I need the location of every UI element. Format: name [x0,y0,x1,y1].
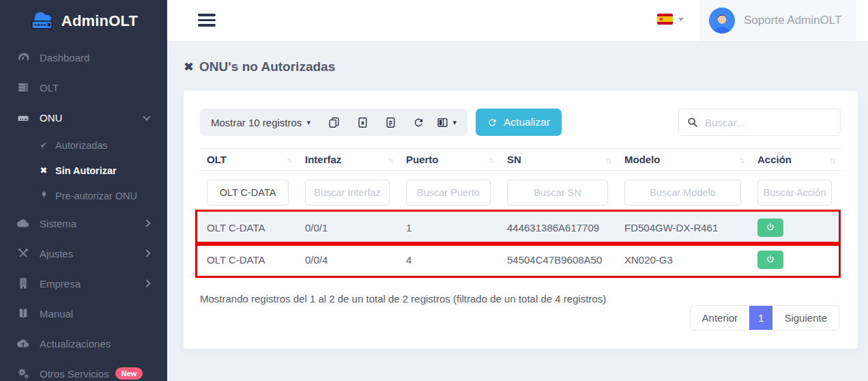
filter-olt-input[interactable] [207,180,289,206]
sort-icon[interactable]: ↑↓ [606,156,611,164]
chevron-right-icon [143,249,150,257]
sidebar: AdminOLT Dashboard OLT ONU ✔ Autorizadas… [0,0,167,381]
column-visibility-dropdown[interactable]: ▾ [437,117,457,128]
user-menu[interactable]: Soporte AdminOLT [699,0,856,41]
filter-interfaz-input[interactable] [305,180,390,206]
authorize-power-button[interactable] [757,218,783,237]
table-row: OLT C-DATA 0/0/1 1 444631386A617709 FD50… [200,212,841,244]
sort-icon[interactable]: ↑↓ [287,156,291,164]
records-summary: Mostrando registros del 1 al 2 de un tot… [200,293,606,305]
sidebar-item-label: Ajustes [40,248,73,259]
column-header-olt[interactable]: OLT↑↓ [200,149,298,170]
chevron-down-icon [143,113,150,120]
power-icon [766,223,775,232]
filter-accion-input[interactable] [757,180,832,206]
sort-icon[interactable]: ↑↓ [489,156,493,164]
chevron-right-icon [143,279,150,287]
excel-export-icon[interactable] [353,113,372,131]
sidebar-item-label: Manual [40,308,73,320]
plug-icon [38,190,49,201]
sidebar-item-otros-servicios[interactable]: Otros Servicios New [0,358,167,381]
filter-sn-input[interactable] [507,180,608,206]
filter-modelo-input[interactable] [624,180,741,206]
sidebar-item-label: Empresa [40,278,81,290]
sidebar-item-pre-autorizar[interactable]: Pre-autorizar ONU [0,183,167,208]
reload-icon[interactable] [409,113,428,131]
sidebar-item-autorizadas[interactable]: ✔ Autorizadas [0,132,167,158]
sidebar-item-actualizaciones[interactable]: Actualizaciones [0,328,167,358]
sidebar-item-label: Actualizaciones [40,338,111,350]
page-title: ✖ ONU's no Autorizadas [184,59,335,74]
language-menu[interactable] [657,14,684,25]
chevron-right-icon [143,219,150,227]
book-icon [16,307,29,320]
column-header-interfaz[interactable]: Interfaz↑↓ [298,149,399,170]
sidebar-item-label: Sistema [40,218,76,229]
cloud-upload-icon [16,337,29,350]
current-page[interactable]: 1 [749,306,772,330]
power-icon [766,255,775,264]
brand[interactable]: AdminOLT [0,0,167,42]
new-badge: New [115,367,143,380]
table-card: Mostrar 10 registros ▾ ▾ Actualizar [184,91,858,349]
next-page-button[interactable]: Siguiente [772,306,839,330]
cell-accion [751,212,841,243]
table-row: OLT C-DATA 0/0/4 4 54504C47B9608A50 XN02… [200,244,841,276]
cell-interfaz: 0/0/4 [298,244,399,275]
sidebar-item-manual[interactable]: Manual [0,298,167,328]
table-filter-row [200,173,841,212]
length-menu-dropdown[interactable]: Mostrar 10 registros ▾ [211,117,310,128]
sidebar-subitem-label: Autorizadas [55,140,108,151]
sidebar-item-label: OLT [40,82,59,94]
column-header-modelo[interactable]: Modelo↑↓ [618,149,751,170]
gauge-icon [16,51,29,64]
filter-puerto-input[interactable] [406,180,491,206]
check-icon: ✔ [38,140,49,150]
sidebar-item-sistema[interactable]: Sistema [0,208,167,238]
sort-icon[interactable]: ↑↓ [388,156,392,164]
search-icon [687,117,698,128]
main-content: ✖ ONU's no Autorizadas Mostrar 10 regist… [167,41,868,381]
caret-down-icon: ▾ [306,118,310,127]
column-header-puerto[interactable]: Puerto↑↓ [399,149,500,170]
authorize-power-button[interactable] [757,251,783,269]
cell-interfaz: 0/0/1 [298,212,399,243]
cell-puerto: 1 [399,212,500,243]
sidebar-item-label: Dashboard [40,52,89,63]
sidebar-item-ajustes[interactable]: Ajustes [0,238,167,268]
cloud-icon [16,217,29,230]
cell-sn: 444631386A617709 [500,212,618,243]
table-header-row: OLT↑↓ Interfaz↑↓ Puerto↑↓ SN↑↓ Modelo↑↓ … [200,148,841,171]
caret-down-icon: ▾ [452,118,457,127]
brand-name: AdminOLT [61,12,138,30]
search-input[interactable] [705,117,832,128]
cell-olt: OLT C-DATA [200,212,298,243]
gears-icon [16,367,29,380]
cell-accion [751,244,841,275]
previous-page-button[interactable]: Anterior [691,306,750,330]
sidebar-item-olt[interactable]: OLT [0,72,167,102]
modem-icon [16,111,29,124]
spain-flag-icon [657,14,673,25]
column-header-sn[interactable]: SN↑↓ [500,149,618,170]
cell-modelo: XN020-G3 [618,244,751,275]
sidebar-item-empresa[interactable]: Empresa [0,268,167,298]
caret-down-icon [678,18,684,21]
file-export-icon[interactable] [381,113,400,131]
sidebar-subitem-label: Sin Autorizar [55,165,117,176]
sort-icon[interactable]: ↑↓ [739,156,744,164]
logo-cloud-router-icon [29,10,55,32]
sidebar-item-sin-autorizar[interactable]: ✖ Sin Autorizar [0,158,167,183]
cell-modelo: FD504GW-DX-R461 [618,212,751,243]
sidebar-item-dashboard[interactable]: Dashboard [0,42,167,72]
sidebar-item-onu[interactable]: ONU [0,102,167,132]
tools-icon [16,247,29,260]
menu-toggle-icon[interactable] [198,14,216,29]
actualizar-button[interactable]: Actualizar [476,109,562,136]
user-name: Soporte AdminOLT [744,14,841,27]
building-icon [16,277,29,290]
x-icon: ✖ [38,165,49,175]
column-header-accion[interactable]: Acción↑↓ [751,149,841,170]
copy-icon[interactable] [325,113,344,131]
sort-icon[interactable]: ↑↓ [830,156,835,164]
